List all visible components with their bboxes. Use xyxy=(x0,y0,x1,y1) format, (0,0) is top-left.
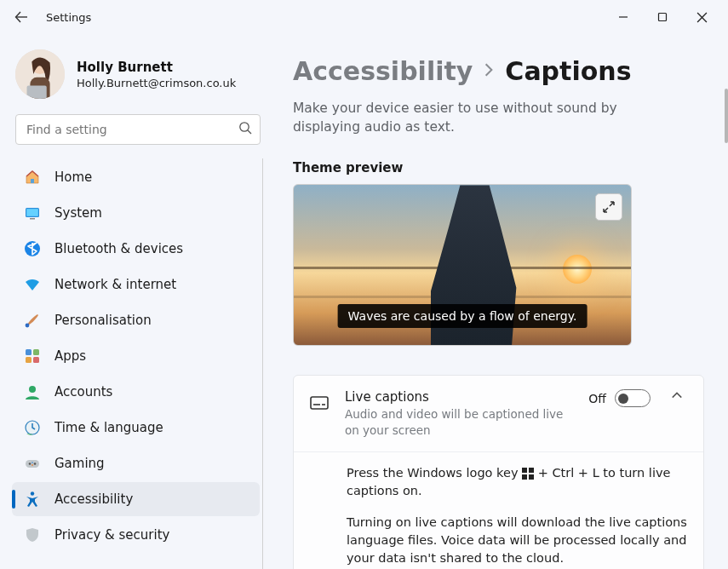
live-captions-desc: Audio and video will be captioned live o… xyxy=(345,406,573,437)
theme-preview-label: Theme preview xyxy=(293,160,708,175)
expand-icon xyxy=(602,200,616,214)
window-minimize-button[interactable] xyxy=(604,3,643,32)
sidebar-item-label: Privacy & security xyxy=(54,527,169,543)
nav-list: Home System Bluetooth & devices Network … xyxy=(12,158,264,569)
sidebar-item-privacy[interactable]: Privacy & security xyxy=(12,518,260,552)
search-input[interactable] xyxy=(15,114,261,145)
gaming-icon xyxy=(24,455,41,472)
sidebar-item-label: Network & internet xyxy=(54,277,176,292)
profile-block[interactable]: Holly Burnett Holly.Burnett@crimson.co.u… xyxy=(15,49,261,99)
svg-rect-16 xyxy=(26,349,32,355)
window-maximize-button[interactable] xyxy=(643,3,682,32)
theme-preview: Waves are caused by a flow of energy. xyxy=(293,184,632,346)
toggle-state-label: Off xyxy=(588,392,606,405)
svg-point-15 xyxy=(26,324,30,328)
sidebar: Holly Burnett Holly.Burnett@crimson.co.u… xyxy=(0,34,272,569)
svg-rect-10 xyxy=(31,179,34,183)
profile-email: Holly.Burnett@crimson.co.uk xyxy=(77,77,236,89)
svg-rect-13 xyxy=(30,218,35,220)
svg-rect-28 xyxy=(311,397,328,409)
breadcrumb-current: Captions xyxy=(505,56,631,86)
sidebar-item-personalisation[interactable]: Personalisation xyxy=(12,303,260,337)
svg-rect-18 xyxy=(26,357,32,363)
sidebar-item-label: Gaming xyxy=(54,456,105,471)
windows-key-icon xyxy=(522,468,534,480)
scrollbar[interactable] xyxy=(725,89,728,143)
bluetooth-icon xyxy=(24,240,41,257)
sidebar-item-label: Apps xyxy=(54,348,86,364)
chevron-right-icon xyxy=(481,62,496,81)
svg-point-26 xyxy=(32,464,33,466)
search-field[interactable] xyxy=(15,114,261,145)
svg-rect-7 xyxy=(27,86,47,99)
svg-point-20 xyxy=(29,386,36,393)
shield-icon xyxy=(24,526,41,543)
live-captions-card: Live captions Audio and video will be ca… xyxy=(293,375,704,569)
live-captions-body: Press the Windows logo key + Ctrl + L to… xyxy=(294,451,703,569)
expand-preview-button[interactable] xyxy=(595,193,622,221)
home-icon xyxy=(24,169,41,186)
sidebar-item-label: Time & language xyxy=(54,420,163,435)
page-subtitle: Make your device easier to use without s… xyxy=(293,100,685,136)
sidebar-item-network[interactable]: Network & internet xyxy=(12,267,260,302)
svg-rect-17 xyxy=(33,349,39,355)
svg-point-23 xyxy=(29,463,32,465)
profile-name: Holly Burnett xyxy=(77,60,236,75)
clock-icon xyxy=(24,419,41,436)
sidebar-item-home[interactable]: Home xyxy=(12,160,260,194)
back-arrow-icon xyxy=(14,10,28,24)
window-close-button[interactable] xyxy=(682,3,721,32)
close-icon xyxy=(696,12,708,23)
live-captions-title: Live captions xyxy=(345,389,573,405)
sidebar-item-label: Bluetooth & devices xyxy=(54,241,183,256)
sidebar-item-label: Personalisation xyxy=(54,313,152,328)
sidebar-item-label: Home xyxy=(54,170,92,185)
svg-rect-12 xyxy=(26,209,38,216)
system-icon xyxy=(24,204,41,221)
sidebar-item-label: Accessibility xyxy=(54,491,133,507)
captions-icon xyxy=(309,393,330,413)
brush-icon xyxy=(24,312,41,329)
accessibility-icon xyxy=(24,491,41,508)
sidebar-item-label: Accounts xyxy=(54,384,112,399)
preview-caption: Waves are caused by a flow of energy. xyxy=(338,304,588,328)
accounts-icon xyxy=(24,383,41,400)
sidebar-item-label: System xyxy=(54,205,102,221)
expand-section-button[interactable] xyxy=(666,389,688,401)
wifi-icon xyxy=(24,276,41,293)
live-captions-header[interactable]: Live captions Audio and video will be ca… xyxy=(294,376,703,451)
svg-point-25 xyxy=(32,462,33,463)
window-title: Settings xyxy=(46,11,91,24)
chevron-up-icon xyxy=(671,389,683,401)
minimize-icon xyxy=(618,12,628,22)
breadcrumb-parent[interactable]: Accessibility xyxy=(293,56,473,86)
breadcrumb: Accessibility Captions xyxy=(293,56,708,86)
sidebar-item-system[interactable]: System xyxy=(12,196,260,230)
maximize-icon xyxy=(657,12,668,22)
body-text-2: Turning on live captions will download t… xyxy=(347,514,688,567)
sidebar-item-accounts[interactable]: Accounts xyxy=(12,375,260,409)
sidebar-item-bluetooth[interactable]: Bluetooth & devices xyxy=(12,232,260,266)
svg-rect-1 xyxy=(659,14,667,21)
avatar xyxy=(15,49,65,99)
sidebar-item-time[interactable]: Time & language xyxy=(12,411,260,445)
titlebar: Settings xyxy=(0,0,728,34)
svg-point-24 xyxy=(34,463,37,465)
live-captions-toggle[interactable] xyxy=(615,389,651,407)
body-text-pre: Press the Windows logo key xyxy=(347,466,518,480)
content-pane: Accessibility Captions Make your device … xyxy=(272,34,728,569)
apps-icon xyxy=(24,348,41,365)
back-button[interactable] xyxy=(7,3,36,32)
sidebar-item-apps[interactable]: Apps xyxy=(12,339,260,373)
svg-rect-22 xyxy=(26,460,39,468)
sidebar-item-gaming[interactable]: Gaming xyxy=(12,446,260,480)
sidebar-item-accessibility[interactable]: Accessibility xyxy=(12,482,260,516)
svg-rect-19 xyxy=(33,357,39,363)
svg-point-27 xyxy=(31,491,34,495)
